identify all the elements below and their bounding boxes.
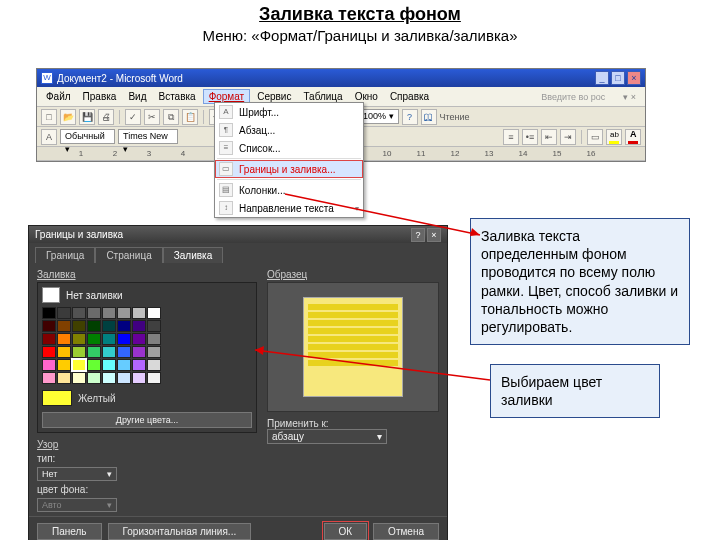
panel-button[interactable]: Панель — [37, 523, 102, 540]
color-swatch[interactable] — [117, 372, 131, 384]
color-swatch[interactable] — [132, 372, 146, 384]
color-swatch[interactable] — [132, 346, 146, 358]
apply-combo[interactable]: абзацу▾ — [267, 429, 387, 444]
color-swatch[interactable] — [147, 307, 161, 319]
zoom-combo[interactable]: 100% ▾ — [358, 109, 399, 124]
color-swatch[interactable] — [42, 320, 56, 332]
color-swatch[interactable] — [132, 359, 146, 371]
menu-file[interactable]: Файл — [41, 90, 76, 103]
color-swatch[interactable] — [42, 359, 56, 371]
open-icon[interactable]: 📂 — [60, 109, 76, 125]
menu-item-borders-shading[interactable]: ▭Границы и заливка... — [215, 160, 363, 178]
color-swatch[interactable] — [147, 320, 161, 332]
menu-help[interactable]: Справка — [385, 90, 434, 103]
font-color-icon[interactable]: A — [625, 129, 641, 145]
color-swatch[interactable] — [117, 307, 131, 319]
color-swatch[interactable] — [87, 333, 101, 345]
color-swatch[interactable] — [57, 320, 71, 332]
color-swatch[interactable] — [102, 307, 116, 319]
color-swatch[interactable] — [57, 346, 71, 358]
tab-page[interactable]: Страница — [95, 247, 162, 263]
more-colors-button[interactable]: Другие цвета... — [42, 412, 252, 428]
color-swatch[interactable] — [72, 346, 86, 358]
dialog-help-button[interactable]: ? — [411, 228, 425, 242]
menu-insert[interactable]: Вставка — [153, 90, 200, 103]
color-swatch[interactable] — [87, 359, 101, 371]
color-swatch[interactable] — [42, 346, 56, 358]
color-swatch[interactable] — [87, 307, 101, 319]
color-swatch[interactable] — [57, 333, 71, 345]
menu-item-font[interactable]: AШрифт... — [215, 103, 363, 121]
color-swatch[interactable] — [147, 333, 161, 345]
paste-icon[interactable]: 📋 — [182, 109, 198, 125]
outdent-icon[interactable]: ⇤ — [541, 129, 557, 145]
color-palette-box: Нет заливки Желтый Другие цвета... — [37, 282, 257, 433]
color-swatch[interactable] — [87, 372, 101, 384]
minimize-button[interactable]: _ — [595, 71, 609, 85]
save-icon[interactable]: 💾 — [79, 109, 95, 125]
color-swatch[interactable] — [72, 333, 86, 345]
color-swatch[interactable] — [72, 359, 86, 371]
indent-icon[interactable]: ⇥ — [560, 129, 576, 145]
menu-item-columns[interactable]: ▤Колонки... — [215, 181, 363, 199]
cut-icon[interactable]: ✂ — [144, 109, 160, 125]
color-swatch[interactable] — [147, 346, 161, 358]
color-swatch[interactable] — [147, 359, 161, 371]
reading-icon[interactable]: 🕮 — [421, 109, 437, 125]
color-swatch[interactable] — [117, 346, 131, 358]
color-swatch[interactable] — [57, 372, 71, 384]
print-icon[interactable]: 🖨 — [98, 109, 114, 125]
highlight-icon[interactable]: ab — [606, 129, 622, 145]
hline-button[interactable]: Горизонтальная линия... — [108, 523, 252, 540]
close-button[interactable]: × — [627, 71, 641, 85]
menu-view[interactable]: Вид — [123, 90, 151, 103]
copy-icon[interactable]: ⧉ — [163, 109, 179, 125]
dialog-close-button[interactable]: × — [427, 228, 441, 242]
color-swatch[interactable] — [57, 359, 71, 371]
color-swatch[interactable] — [87, 320, 101, 332]
color-swatch[interactable] — [42, 333, 56, 345]
color-swatch[interactable] — [72, 372, 86, 384]
pattern-color-combo[interactable]: Авто▾ — [37, 498, 117, 512]
bullets-icon[interactable]: •≡ — [522, 129, 538, 145]
color-swatch[interactable] — [72, 320, 86, 332]
color-swatch[interactable] — [102, 359, 116, 371]
maximize-button[interactable]: □ — [611, 71, 625, 85]
new-icon[interactable]: □ — [41, 109, 57, 125]
color-swatch[interactable] — [132, 320, 146, 332]
color-swatch[interactable] — [102, 346, 116, 358]
cancel-button[interactable]: Отмена — [373, 523, 439, 540]
menu-item-text-direction[interactable]: ↕Направление текста▾ — [215, 199, 363, 217]
border-icon[interactable]: ▭ — [587, 129, 603, 145]
color-swatch[interactable] — [117, 320, 131, 332]
menu-item-list[interactable]: ≡Список... — [215, 139, 363, 157]
menu-edit[interactable]: Правка — [78, 90, 122, 103]
color-swatch[interactable] — [117, 333, 131, 345]
color-swatch[interactable] — [102, 333, 116, 345]
color-swatch[interactable] — [72, 307, 86, 319]
spell-icon[interactable]: ✓ — [125, 109, 141, 125]
color-swatch[interactable] — [147, 372, 161, 384]
color-swatch[interactable] — [87, 346, 101, 358]
help-icon[interactable]: ? — [402, 109, 418, 125]
color-swatch[interactable] — [42, 372, 56, 384]
numbering-icon[interactable]: ≡ — [503, 129, 519, 145]
tab-shading[interactable]: Заливка — [163, 247, 224, 263]
border-menu-icon: ▭ — [219, 162, 233, 176]
color-swatch[interactable] — [102, 372, 116, 384]
color-swatch[interactable] — [42, 307, 56, 319]
color-swatch[interactable] — [117, 359, 131, 371]
color-swatch[interactable] — [57, 307, 71, 319]
ok-button[interactable]: ОК — [324, 523, 368, 540]
color-swatch[interactable] — [102, 320, 116, 332]
no-fill-swatch[interactable] — [42, 287, 60, 303]
style-combo[interactable]: Обычный ▾ — [60, 129, 115, 144]
pattern-type-combo[interactable]: Нет▾ — [37, 467, 117, 481]
color-swatch[interactable] — [132, 307, 146, 319]
menu-item-paragraph[interactable]: ¶Абзац... — [215, 121, 363, 139]
style-icon[interactable]: A — [41, 129, 57, 145]
color-swatch[interactable] — [132, 333, 146, 345]
font-combo[interactable]: Times New ▾ — [118, 129, 178, 144]
dialog-footer: Панель Горизонтальная линия... ОК Отмена — [29, 516, 447, 540]
tab-border[interactable]: Граница — [35, 247, 95, 263]
